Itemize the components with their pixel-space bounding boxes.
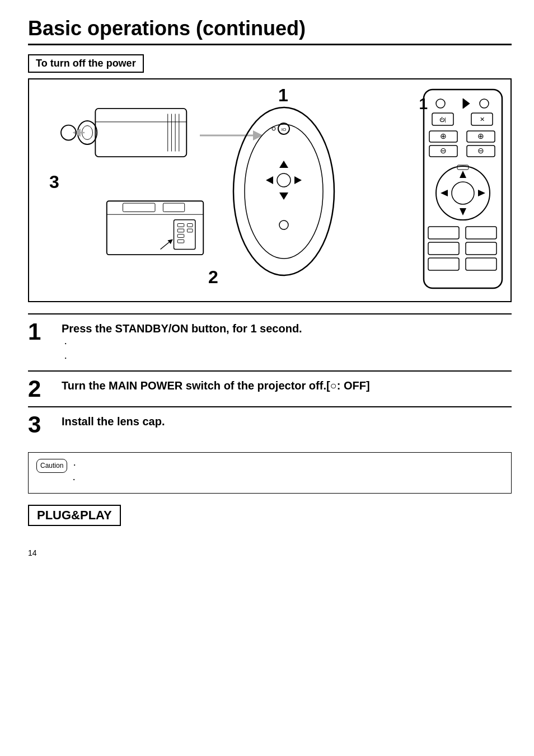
caution-line2: ・ (70, 475, 78, 484)
svg-rect-18 (177, 224, 184, 227)
step-2-row: 2 Turn the MAIN POWER switch of the proj… (28, 370, 512, 406)
diagram-label-3: 3 (49, 172, 59, 192)
svg-point-9 (61, 125, 76, 140)
svg-rect-17 (174, 220, 195, 250)
svg-rect-22 (188, 224, 193, 227)
svg-text:⊕: ⊕ (477, 132, 484, 140)
diagram-area: 1 1 3 2 (28, 78, 512, 302)
svg-text:IO: IO (282, 127, 286, 132)
svg-rect-65 (466, 258, 496, 270)
step-1-detail1: ・ (62, 337, 512, 350)
steps-container: 1 Press the STANDBY/ON button, for 1 sec… (28, 313, 512, 442)
svg-point-26 (233, 107, 334, 275)
plug-play-box: PLUG&PLAY (28, 505, 121, 526)
svg-point-35 (279, 220, 288, 229)
svg-marker-30 (279, 161, 288, 168)
projector-top-svg (74, 96, 203, 169)
svg-point-40 (480, 99, 489, 108)
page-number: 14 (28, 548, 512, 557)
step-1-content: Press the STANDBY/ON button, for 1 secon… (62, 320, 512, 365)
svg-rect-62 (428, 242, 459, 255)
step-1-row: 1 Press the STANDBY/ON button, for 1 sec… (28, 313, 512, 370)
svg-line-25 (161, 240, 172, 249)
step-1-detail2: ・ (62, 352, 512, 364)
control-panel-svg: IO (228, 102, 340, 281)
svg-rect-63 (466, 242, 496, 255)
svg-rect-23 (188, 229, 193, 232)
svg-marker-58 (478, 190, 485, 196)
step-2-title: Turn the MAIN POWER switch of the projec… (62, 379, 512, 392)
svg-text:⊖: ⊖ (477, 146, 484, 155)
svg-rect-0 (95, 109, 186, 157)
svg-point-34 (277, 173, 291, 187)
svg-rect-64 (428, 258, 459, 270)
step-2-content: Turn the MAIN POWER switch of the projec… (62, 377, 512, 395)
svg-point-54 (452, 182, 474, 204)
svg-rect-21 (177, 240, 184, 243)
svg-marker-33 (294, 176, 302, 184)
svg-text:⏻|: ⏻| (439, 117, 446, 123)
svg-marker-39 (463, 98, 470, 109)
svg-point-27 (245, 124, 323, 259)
diagram-label-2: 2 (208, 267, 218, 288)
caution-box: Caution・ ・ (28, 452, 512, 494)
caution-line1: ・ (71, 461, 78, 469)
step-1-number: 1 (28, 320, 53, 344)
step-3-title: Install the lens cap. (62, 415, 512, 428)
svg-rect-61 (466, 227, 496, 239)
svg-text:⊕: ⊕ (440, 132, 447, 140)
svg-rect-19 (177, 229, 184, 232)
svg-rect-20 (177, 234, 184, 238)
step-1-title: Press the STANDBY/ON button, for 1 secon… (62, 322, 512, 335)
step-3-content: Install the lens cap. (62, 413, 512, 430)
svg-text:✕: ✕ (480, 116, 485, 123)
step-2-number: 2 (28, 377, 53, 401)
section-heading: To turn off the power (28, 54, 144, 73)
step-3-row: 3 Install the lens cap. (28, 406, 512, 442)
svg-point-38 (436, 99, 445, 108)
svg-marker-56 (460, 208, 466, 215)
svg-rect-60 (428, 227, 459, 239)
svg-rect-15 (123, 203, 156, 212)
svg-point-36 (272, 127, 275, 130)
remote-control-svg: ⏻| ✕ ⊕ ⊕ ⊖ ⊖ (418, 84, 508, 297)
caution-label: Caution (36, 459, 67, 473)
svg-marker-55 (460, 171, 466, 178)
step-3-number: 3 (28, 413, 53, 436)
svg-marker-32 (266, 176, 273, 184)
svg-marker-31 (279, 192, 288, 200)
svg-text:⊖: ⊖ (440, 146, 447, 155)
page-title: Basic operations (continued) (28, 17, 512, 45)
projector-bottom-svg (91, 194, 219, 267)
svg-marker-57 (441, 190, 448, 196)
svg-rect-16 (163, 203, 184, 212)
